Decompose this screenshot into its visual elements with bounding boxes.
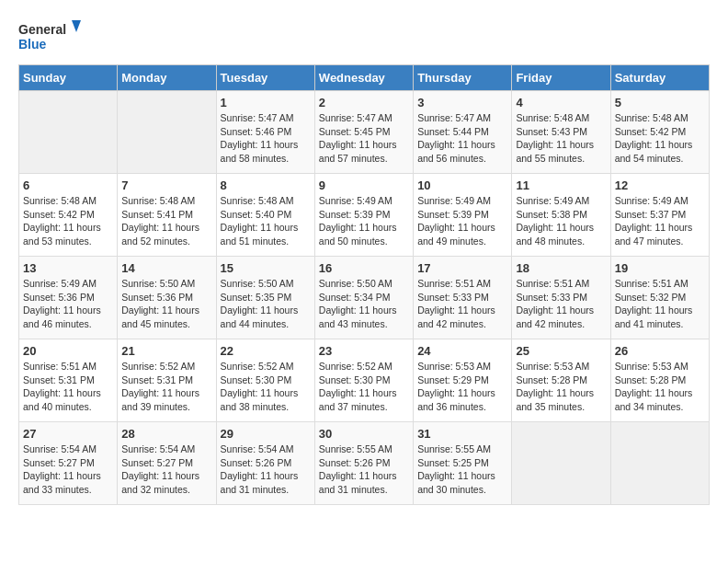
day-cell: 4 Sunrise: 5:48 AM Sunset: 5:43 PM Dayli… — [512, 91, 610, 174]
daylight-text: Daylight: 11 hours and 56 minutes. — [417, 138, 507, 165]
day-number: 11 — [516, 178, 606, 192]
day-cell: 31 Sunrise: 5:55 AM Sunset: 5:25 PM Dayl… — [414, 422, 512, 505]
day-cell: 19 Sunrise: 5:51 AM Sunset: 5:32 PM Dayl… — [610, 257, 709, 339]
daylight-text: Daylight: 11 hours and 54 minutes. — [615, 138, 705, 165]
col-sunday: Sunday — [19, 65, 118, 91]
day-cell: 15 Sunrise: 5:50 AM Sunset: 5:35 PM Dayl… — [216, 257, 314, 339]
daylight-text: Daylight: 11 hours and 41 minutes. — [615, 304, 705, 330]
week-row-5: 27 Sunrise: 5:54 AM Sunset: 5:27 PM Dayl… — [19, 422, 710, 505]
sunrise-text: Sunrise: 5:48 AM — [121, 194, 211, 208]
sunrise-text: Sunrise: 5:53 AM — [516, 360, 606, 373]
daylight-text: Daylight: 11 hours and 36 minutes. — [417, 386, 507, 413]
sunset-text: Sunset: 5:36 PM — [121, 291, 211, 304]
daylight-text: Daylight: 11 hours and 49 minutes. — [417, 221, 507, 247]
sunset-text: Sunset: 5:39 PM — [319, 208, 409, 222]
sunrise-text: Sunrise: 5:49 AM — [319, 194, 409, 208]
day-number: 17 — [417, 261, 507, 275]
sunset-text: Sunset: 5:33 PM — [516, 291, 606, 304]
day-number: 15 — [221, 261, 311, 275]
sunrise-text: Sunrise: 5:54 AM — [23, 442, 113, 456]
sunrise-text: Sunrise: 5:48 AM — [221, 194, 311, 208]
day-number: 6 — [23, 178, 113, 192]
day-number: 26 — [615, 344, 705, 358]
day-number: 13 — [23, 261, 113, 275]
day-cell: 8 Sunrise: 5:48 AM Sunset: 5:40 PM Dayli… — [216, 174, 314, 257]
day-cell: 5 Sunrise: 5:48 AM Sunset: 5:42 PM Dayli… — [610, 91, 709, 174]
daylight-text: Daylight: 11 hours and 30 minutes. — [417, 469, 507, 496]
daylight-text: Daylight: 11 hours and 31 minutes. — [319, 469, 409, 496]
sunrise-text: Sunrise: 5:48 AM — [516, 111, 606, 125]
sunrise-text: Sunrise: 5:47 AM — [319, 111, 409, 125]
week-row-4: 20 Sunrise: 5:51 AM Sunset: 5:31 PM Dayl… — [19, 339, 710, 422]
day-number: 8 — [221, 178, 311, 192]
day-number: 22 — [221, 344, 311, 358]
svg-text:General: General — [18, 22, 66, 37]
sunrise-text: Sunrise: 5:47 AM — [221, 111, 311, 125]
logo-svg: General Blue — [18, 18, 83, 55]
sunset-text: Sunset: 5:45 PM — [319, 125, 409, 139]
day-number: 7 — [121, 178, 211, 192]
logo: General Blue — [18, 18, 83, 55]
sunset-text: Sunset: 5:30 PM — [221, 373, 311, 387]
calendar-header: Sunday Monday Tuesday Wednesday Thursday… — [19, 65, 710, 91]
day-number: 31 — [417, 427, 507, 441]
sunrise-text: Sunrise: 5:49 AM — [417, 194, 507, 208]
day-number: 28 — [121, 427, 211, 441]
day-cell — [610, 422, 709, 505]
page-header: General Blue — [18, 18, 710, 55]
day-number: 25 — [516, 344, 606, 358]
daylight-text: Daylight: 11 hours and 45 minutes. — [121, 304, 211, 330]
sunrise-text: Sunrise: 5:54 AM — [121, 442, 211, 456]
sunset-text: Sunset: 5:44 PM — [417, 125, 507, 139]
sunset-text: Sunset: 5:27 PM — [121, 456, 211, 470]
sunset-text: Sunset: 5:39 PM — [417, 208, 507, 222]
day-cell: 7 Sunrise: 5:48 AM Sunset: 5:41 PM Dayli… — [118, 174, 216, 257]
day-number: 18 — [516, 261, 606, 275]
daylight-text: Daylight: 11 hours and 57 minutes. — [319, 138, 409, 165]
day-cell: 3 Sunrise: 5:47 AM Sunset: 5:44 PM Dayli… — [414, 91, 512, 174]
day-number: 3 — [417, 96, 507, 109]
day-cell: 22 Sunrise: 5:52 AM Sunset: 5:30 PM Dayl… — [216, 339, 314, 422]
daylight-text: Daylight: 11 hours and 51 minutes. — [221, 221, 311, 247]
sunset-text: Sunset: 5:30 PM — [319, 373, 409, 387]
sunrise-text: Sunrise: 5:55 AM — [319, 442, 409, 456]
col-thursday: Thursday — [414, 65, 512, 91]
day-cell: 27 Sunrise: 5:54 AM Sunset: 5:27 PM Dayl… — [19, 422, 118, 505]
sunset-text: Sunset: 5:42 PM — [615, 125, 705, 139]
sunrise-text: Sunrise: 5:50 AM — [319, 277, 409, 291]
day-cell: 13 Sunrise: 5:49 AM Sunset: 5:36 PM Dayl… — [19, 257, 118, 339]
day-cell — [19, 91, 118, 174]
day-cell: 11 Sunrise: 5:49 AM Sunset: 5:38 PM Dayl… — [512, 174, 610, 257]
day-cell: 21 Sunrise: 5:52 AM Sunset: 5:31 PM Dayl… — [118, 339, 216, 422]
svg-marker-2 — [72, 20, 81, 32]
calendar-body: 1 Sunrise: 5:47 AM Sunset: 5:46 PM Dayli… — [19, 91, 710, 505]
week-row-3: 13 Sunrise: 5:49 AM Sunset: 5:36 PM Dayl… — [19, 257, 710, 339]
sunrise-text: Sunrise: 5:48 AM — [615, 111, 705, 125]
sunrise-text: Sunrise: 5:52 AM — [121, 360, 211, 373]
day-number: 12 — [615, 178, 705, 192]
day-cell: 10 Sunrise: 5:49 AM Sunset: 5:39 PM Dayl… — [414, 174, 512, 257]
sunrise-text: Sunrise: 5:52 AM — [319, 360, 409, 373]
daylight-text: Daylight: 11 hours and 53 minutes. — [23, 221, 113, 247]
daylight-text: Daylight: 11 hours and 37 minutes. — [319, 386, 409, 413]
daylight-text: Daylight: 11 hours and 46 minutes. — [23, 304, 113, 330]
sunset-text: Sunset: 5:41 PM — [121, 208, 211, 222]
sunset-text: Sunset: 5:26 PM — [319, 456, 409, 470]
day-number: 24 — [417, 344, 507, 358]
sunset-text: Sunset: 5:26 PM — [221, 456, 311, 470]
day-number: 21 — [121, 344, 211, 358]
day-cell: 2 Sunrise: 5:47 AM Sunset: 5:45 PM Dayli… — [314, 91, 413, 174]
week-row-1: 1 Sunrise: 5:47 AM Sunset: 5:46 PM Dayli… — [19, 91, 710, 174]
sunrise-text: Sunrise: 5:48 AM — [23, 194, 113, 208]
day-cell: 20 Sunrise: 5:51 AM Sunset: 5:31 PM Dayl… — [19, 339, 118, 422]
sunset-text: Sunset: 5:33 PM — [417, 291, 507, 304]
sunset-text: Sunset: 5:29 PM — [417, 373, 507, 387]
daylight-text: Daylight: 11 hours and 39 minutes. — [121, 386, 211, 413]
day-cell — [118, 91, 216, 174]
col-tuesday: Tuesday — [216, 65, 314, 91]
sunrise-text: Sunrise: 5:51 AM — [417, 277, 507, 291]
day-cell: 28 Sunrise: 5:54 AM Sunset: 5:27 PM Dayl… — [118, 422, 216, 505]
daylight-text: Daylight: 11 hours and 52 minutes. — [121, 221, 211, 247]
daylight-text: Daylight: 11 hours and 32 minutes. — [121, 469, 211, 496]
daylight-text: Daylight: 11 hours and 33 minutes. — [23, 469, 113, 496]
